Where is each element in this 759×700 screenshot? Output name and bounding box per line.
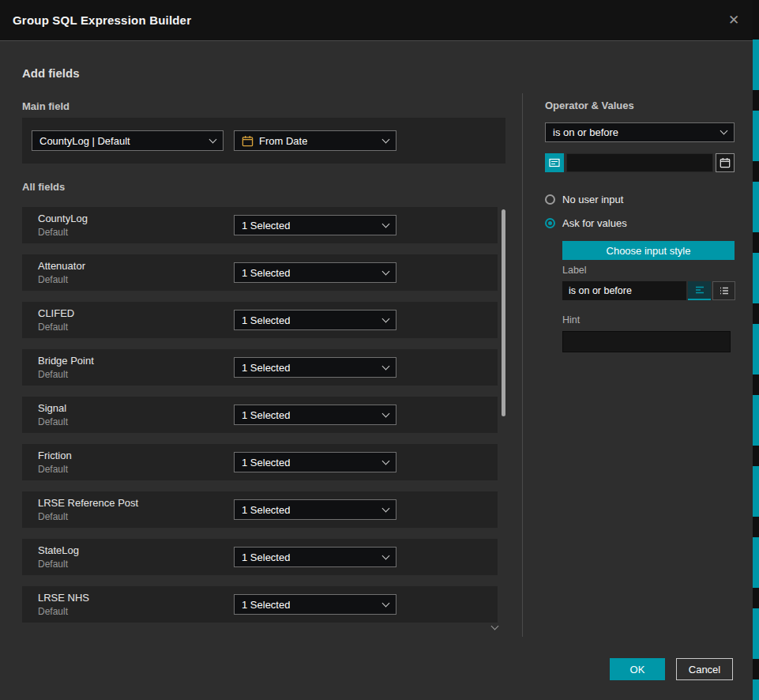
chevron-down-icon (720, 127, 728, 135)
operator-dropdown-value: is on or before (553, 126, 618, 138)
dialog-header: Group SQL Expression Builder ✕ (0, 0, 759, 41)
field-selection-dropdown[interactable]: 1 Selected (234, 594, 396, 615)
field-selection-dropdown[interactable]: 1 Selected (234, 357, 396, 378)
chevron-down-icon (382, 504, 390, 512)
group-sql-expression-builder-dialog: Group SQL Expression Builder ✕ Add field… (0, 0, 759, 700)
field-selection-dropdown[interactable]: 1 Selected (234, 405, 396, 425)
field-row: CLIFED Default 1 Selected (22, 302, 498, 338)
chevron-down-icon (382, 135, 390, 143)
field-selection-dropdown[interactable]: 1 Selected (234, 452, 396, 472)
edge-accent-segment (753, 608, 759, 659)
add-fields-heading: Add fields (22, 66, 80, 80)
all-fields-list: CountyLog Default 1 Selected Attenuator … (22, 207, 505, 634)
calendar-icon (242, 135, 254, 147)
selection-value: 1 Selected (242, 409, 290, 421)
field-name: StateLog (38, 544, 79, 556)
hint-caption: Hint (562, 314, 580, 326)
chevron-down-icon (382, 362, 390, 370)
field-subtitle: Default (38, 559, 68, 570)
field-subtitle: Default (38, 606, 68, 617)
column-divider (522, 93, 523, 637)
field-subtitle: Default (38, 274, 68, 285)
chevron-down-icon (382, 220, 390, 228)
label-input[interactable] (562, 281, 686, 300)
list-input-style-button[interactable] (712, 281, 735, 300)
field-name: CLIFED (38, 307, 74, 319)
field-row: Signal Default 1 Selected (22, 397, 498, 433)
value-date-input[interactable] (566, 153, 713, 172)
selection-value: 1 Selected (242, 362, 290, 374)
no-user-input-radio[interactable]: No user input (545, 194, 623, 205)
edge-accent-segment (753, 537, 759, 588)
text-box-icon (549, 157, 560, 168)
field-row: StateLog Default 1 Selected (22, 539, 498, 575)
main-field-dropdown-value: From Date (259, 135, 307, 147)
list-scrollbar[interactable] (502, 209, 505, 416)
field-row: CountyLog Default 1 Selected (22, 207, 498, 243)
dialog-title: Group SQL Expression Builder (13, 0, 191, 41)
main-field-label: Main field (22, 100, 70, 112)
field-name: Attenuator (38, 260, 85, 272)
main-field-dropdown[interactable]: From Date (234, 130, 396, 151)
radio-label: No user input (562, 194, 623, 205)
label-caption: Label (562, 265, 587, 276)
edge-accent-segment (753, 253, 759, 303)
value-type-button[interactable] (545, 153, 564, 172)
field-subtitle: Default (38, 464, 68, 475)
radio-icon[interactable] (545, 194, 555, 205)
chevron-down-icon (382, 409, 390, 417)
edge-accent-segment (753, 111, 759, 161)
chevron-down-icon (382, 457, 390, 465)
field-selection-dropdown[interactable]: 1 Selected (234, 499, 396, 520)
cancel-button[interactable]: Cancel (676, 658, 733, 680)
single-line-input-style-button[interactable] (688, 281, 711, 300)
selection-value: 1 Selected (242, 504, 290, 516)
layer-dropdown[interactable]: CountyLog | Default (32, 130, 224, 151)
operator-dropdown[interactable]: is on or before (545, 122, 735, 142)
field-selection-dropdown[interactable]: 1 Selected (234, 310, 396, 330)
edge-accent-segment (753, 395, 759, 446)
field-name: Bridge Point (38, 355, 94, 367)
field-selection-dropdown[interactable]: 1 Selected (234, 262, 396, 283)
chevron-down-icon (209, 135, 217, 143)
right-edge-accent-strip (753, 0, 759, 700)
edge-accent-segment (753, 324, 759, 374)
selection-value: 1 Selected (242, 457, 290, 469)
align-left-icon (694, 284, 705, 295)
radio-selected-icon[interactable] (545, 218, 555, 228)
edge-accent-segment (753, 182, 759, 232)
main-field-panel: CountyLog | Default From Date (22, 118, 505, 164)
choose-input-style-button[interactable]: Choose input style (562, 241, 735, 260)
chevron-down-icon (382, 599, 390, 607)
field-subtitle: Default (38, 416, 68, 427)
ok-button[interactable]: OK (610, 658, 665, 680)
chevron-down-icon (382, 314, 390, 322)
operator-values-heading: Operator & Values (545, 100, 634, 111)
hint-input[interactable] (562, 331, 731, 352)
selection-value: 1 Selected (242, 267, 290, 279)
date-picker-button[interactable] (716, 153, 735, 172)
field-subtitle: Default (38, 322, 68, 333)
field-selection-dropdown[interactable]: 1 Selected (234, 547, 396, 567)
close-icon[interactable]: ✕ (724, 11, 743, 30)
field-row: Bridge Point Default 1 Selected (22, 349, 498, 386)
all-fields-label: All fields (22, 181, 65, 193)
calendar-icon (720, 157, 731, 168)
layer-dropdown-value: CountyLog | Default (39, 135, 130, 147)
selection-value: 1 Selected (242, 599, 290, 611)
radio-label: Ask for values (562, 217, 627, 229)
chevron-down-icon (382, 551, 390, 559)
field-subtitle: Default (38, 227, 68, 238)
field-subtitle: Default (38, 369, 68, 380)
field-selection-dropdown[interactable]: 1 Selected (234, 215, 396, 235)
field-subtitle: Default (38, 511, 68, 522)
edge-accent-segment (753, 40, 759, 90)
field-name: LRSE Reference Post (38, 497, 138, 509)
list-icon (719, 285, 730, 296)
ask-for-values-radio[interactable]: Ask for values (545, 217, 627, 229)
field-name: LRSE NHS (38, 592, 89, 604)
field-row: Friction Default 1 Selected (22, 444, 498, 480)
field-name: Friction (38, 450, 72, 461)
selection-value: 1 Selected (242, 314, 290, 326)
edge-accent-segment (753, 466, 759, 517)
